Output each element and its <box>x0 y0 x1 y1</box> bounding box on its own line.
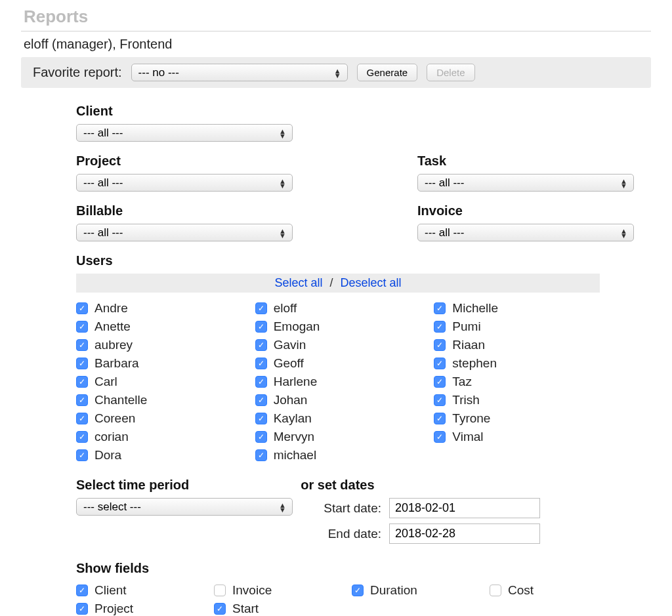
checkbox[interactable]: ✓ <box>76 431 88 443</box>
checkbox-label: Cost <box>508 583 534 598</box>
checkbox-label: Client <box>94 583 127 598</box>
checkbox[interactable]: ✓ <box>434 302 446 314</box>
checkbox[interactable]: ✓ <box>255 431 267 443</box>
checkbox-label: Pumi <box>452 319 480 334</box>
deselect-all-link[interactable]: Deselect all <box>341 276 402 289</box>
checkbox-label: Taz <box>452 375 472 389</box>
checkbox-label: eloff <box>274 301 297 316</box>
checkbox[interactable]: ✓ <box>76 449 88 461</box>
checkbox[interactable]: ✓ <box>434 413 446 424</box>
checkbox-label: Tyrone <box>452 411 490 426</box>
user-checkbox-row: ✓Geoff <box>255 354 421 373</box>
delete-button[interactable]: Delete <box>427 64 474 81</box>
show-fields-label: Show fields <box>76 561 672 576</box>
checkbox[interactable]: ✓ <box>434 376 446 388</box>
divider <box>21 31 651 31</box>
user-checkbox-row: ✓stephen <box>434 354 600 373</box>
checkbox[interactable]: ✓ <box>76 376 88 388</box>
checkbox[interactable]: ✓ <box>76 603 88 615</box>
checkbox[interactable]: ✓ <box>255 321 267 333</box>
time-period-label: Select time period <box>76 478 189 493</box>
checkbox-label: Project <box>94 602 133 616</box>
user-checkbox-row: ✓Gavin <box>255 336 421 354</box>
user-checkbox-row: ✓Riaan <box>434 336 600 354</box>
task-label: Task <box>417 154 640 169</box>
checkbox[interactable]: ✓ <box>255 413 267 424</box>
user-checkbox-row: ✓Project <box>76 600 188 616</box>
favorite-report-bar: Favorite report: --- no --- ▲▼ Generate … <box>21 57 651 88</box>
user-checkbox-row: ✓Johan <box>255 391 421 409</box>
users-label: Users <box>76 253 672 268</box>
checkbox-label: Vimal <box>452 430 483 444</box>
checkbox[interactable]: ✓ <box>76 302 88 314</box>
end-date-input[interactable] <box>389 524 540 544</box>
favorite-report-select[interactable]: --- no --- <box>131 64 348 81</box>
checkbox[interactable]: ✓ <box>214 603 226 615</box>
checkbox[interactable]: ✓ <box>76 321 88 333</box>
project-label: Project <box>76 154 378 169</box>
checkbox[interactable]: ✓ <box>76 585 88 596</box>
checkbox[interactable]: ✓ <box>255 358 267 369</box>
generate-button[interactable]: Generate <box>357 64 418 81</box>
checkbox-label: corian <box>94 430 129 444</box>
checkbox[interactable]: ✓ <box>255 376 267 388</box>
checkbox-label: Invoice <box>232 583 272 598</box>
checkbox[interactable]: ✓ <box>255 449 267 461</box>
checkbox-label: aubrey <box>94 338 133 352</box>
checkbox[interactable]: ✓ <box>434 431 446 443</box>
favorite-report-label: Favorite report: <box>33 65 122 80</box>
billable-select[interactable]: --- all --- <box>76 224 293 241</box>
invoice-select[interactable]: --- all --- <box>417 224 634 241</box>
checkbox[interactable]: ✓ <box>255 302 267 314</box>
or-set-dates-label: or set dates <box>301 478 374 493</box>
checkbox[interactable]: ✓ <box>255 339 267 351</box>
start-date-input[interactable] <box>389 498 540 518</box>
user-checkbox-row: ✓Client <box>76 581 188 600</box>
time-period-select[interactable]: --- select --- <box>76 498 293 516</box>
checkbox[interactable]: ✓ <box>352 585 364 596</box>
user-checkbox-row: ✓Kaylan <box>255 409 421 428</box>
user-checkbox-row: ✓Mervyn <box>255 428 421 446</box>
user-checkbox-row: ✓corian <box>76 428 242 446</box>
user-checkbox-row: ✓Trish <box>434 391 600 409</box>
checkbox[interactable]: ✓ <box>434 339 446 351</box>
checkbox-label: Geoff <box>274 356 304 371</box>
select-all-link[interactable]: Select all <box>274 276 322 289</box>
user-checkbox-row: ✓Tyrone <box>434 409 600 428</box>
checkbox-label: Trish <box>452 393 480 407</box>
checkbox[interactable]: ✓ <box>255 394 267 406</box>
client-label: Client <box>76 104 672 119</box>
checkbox-label: Coreen <box>94 411 135 426</box>
client-select[interactable]: --- all --- <box>76 124 293 142</box>
user-checkbox-row: ✓Start <box>214 600 326 616</box>
checkbox-label: Johan <box>274 393 308 407</box>
checkbox[interactable]: ✓ <box>490 585 501 596</box>
checkbox-label: Mervyn <box>274 430 314 444</box>
users-header-bar: Select all / Deselect all <box>76 274 600 293</box>
user-checkbox-row: ✓Taz <box>434 373 600 391</box>
user-checkbox-row: ✓michael <box>255 446 421 464</box>
checkbox[interactable]: ✓ <box>434 394 446 406</box>
checkbox[interactable]: ✓ <box>76 339 88 351</box>
user-checkbox-row: ✓Cost <box>490 581 601 600</box>
user-checkbox-row: ✓Duration <box>352 581 463 600</box>
user-checkbox-row: ✓Andre <box>76 299 242 318</box>
checkbox[interactable]: ✓ <box>76 394 88 406</box>
checkbox[interactable]: ✓ <box>434 321 446 333</box>
user-checkbox-row: ✓Pumi <box>434 318 600 336</box>
checkbox-label: Emogan <box>274 319 320 334</box>
checkbox[interactable]: ✓ <box>76 358 88 369</box>
checkbox[interactable]: ✓ <box>76 413 88 424</box>
user-checkbox-row: ✓Carl <box>76 373 242 391</box>
user-checkbox-row: ✓Emogan <box>255 318 421 336</box>
checkbox-label: stephen <box>452 356 497 371</box>
end-date-label: End date: <box>312 527 381 541</box>
project-select[interactable]: --- all --- <box>76 174 293 192</box>
task-select[interactable]: --- all --- <box>417 174 634 192</box>
checkbox-label: Kaylan <box>274 411 312 426</box>
checkbox-label: Gavin <box>274 338 306 352</box>
checkbox[interactable]: ✓ <box>214 585 226 596</box>
checkbox[interactable]: ✓ <box>434 358 446 369</box>
user-checkbox-row: ✓Anette <box>76 318 242 336</box>
checkbox-label: Harlene <box>274 375 318 389</box>
